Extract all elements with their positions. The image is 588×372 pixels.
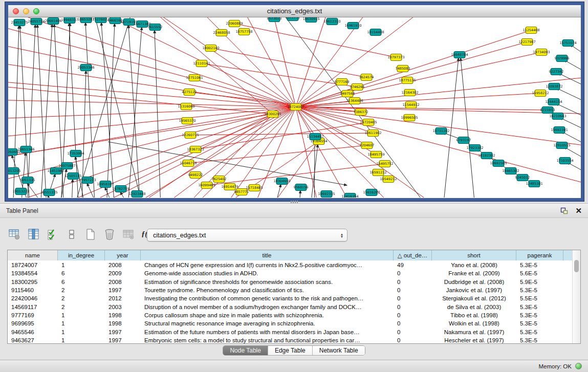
- close-button[interactable]: [13, 8, 19, 14]
- graph-node[interactable]: 10154408: [367, 29, 384, 36]
- graph-node[interactable]: 10996505: [401, 115, 418, 121]
- table-selector-dropdown[interactable]: citations_edges.txt ▲▼: [147, 229, 347, 242]
- tab-edge-table[interactable]: Edge Table: [268, 346, 313, 355]
- graph-node[interactable]: 20691406: [45, 18, 61, 25]
- select-all-icon[interactable]: [46, 228, 59, 241]
- graph-node[interactable]: 23453275: [11, 19, 28, 26]
- graph-node[interactable]: 8215953: [540, 107, 555, 114]
- table-row[interactable]: 1872400712008Changes of HCN gene express…: [8, 261, 572, 269]
- graph-node[interactable]: 20551335: [40, 189, 57, 196]
- deselect-all-icon[interactable]: [65, 228, 78, 241]
- column-header-pagerank[interactable]: pagerank: [516, 250, 563, 260]
- graph-node[interactable]: 19948337: [61, 17, 78, 24]
- graph-node[interactable]: 9227342: [549, 69, 564, 75]
- graph-node[interactable]: 24055724: [28, 18, 45, 25]
- graph-node[interactable]: 18002140: [202, 45, 219, 52]
- graph-node[interactable]: 10958107: [97, 181, 114, 188]
- graph-node[interactable]: 18775135: [399, 77, 416, 84]
- table-row[interactable]: 977716911998Corpus callosum shape and si…: [8, 311, 572, 319]
- graph-node[interactable]: 4275122: [182, 89, 197, 96]
- column-header-short[interactable]: short: [432, 250, 516, 260]
- graph-node[interactable]: 11254408: [522, 27, 539, 34]
- graph-node[interactable]: 19612310: [323, 18, 340, 25]
- graph-node[interactable]: 16914479: [221, 184, 238, 190]
- graph-node[interactable]: 16961910: [344, 23, 361, 29]
- graph-node[interactable]: 9746266: [350, 84, 365, 91]
- graph-node[interactable]: 15751074: [559, 40, 576, 47]
- graph-node[interactable]: 15276022: [92, 17, 109, 23]
- graph-node[interactable]: 15495752: [376, 161, 393, 167]
- graph-node[interactable]: 10797373: [387, 54, 404, 61]
- table-row[interactable]: 946554611997Estimation of the future num…: [8, 327, 572, 336]
- network-canvas[interactable]: 1872400718300295193845549777169974626694…: [8, 17, 581, 198]
- graph-node[interactable]: 12923448: [128, 191, 145, 198]
- network-window-titlebar[interactable]: citations_edges.txt: [8, 5, 581, 17]
- graph-node[interactable]: 9497568: [340, 91, 355, 97]
- graph-node[interactable]: 9572731: [286, 17, 300, 21]
- table-row[interactable]: 969969511998Structural magnetic resonanc…: [8, 319, 572, 327]
- minimize-button[interactable]: [23, 8, 29, 14]
- graph-node[interactable]: 7485083: [396, 65, 410, 72]
- graph-node[interactable]: 6793197: [456, 137, 471, 144]
- delete-trash-icon[interactable]: [103, 228, 116, 241]
- graph-node[interactable]: 12217987: [518, 39, 535, 46]
- graph-node[interactable]: 12810515: [553, 142, 570, 149]
- graph-node[interactable]: 16591212: [369, 169, 386, 176]
- graph-node[interactable]: 22060889: [226, 20, 243, 27]
- column-header-title[interactable]: title: [141, 250, 394, 260]
- close-panel-icon[interactable]: ✕: [575, 207, 582, 214]
- graph-node[interactable]: 9245012: [515, 174, 530, 181]
- graph-node[interactable]: 12110141: [193, 60, 210, 67]
- graph-node[interactable]: 9329966: [555, 55, 570, 62]
- graph-node[interactable]: 17353994: [67, 150, 84, 157]
- graph-node[interactable]: 9498222: [188, 172, 203, 179]
- column-header-out-degree[interactable]: △ out_de…: [394, 250, 432, 260]
- tab-network-table[interactable]: Network Table: [313, 346, 365, 355]
- graph-node[interactable]: 10549212: [380, 176, 397, 183]
- scrollbar-thumb[interactable]: [574, 260, 579, 272]
- graph-node[interactable]: 18731202: [432, 128, 449, 135]
- new-table-icon[interactable]: [84, 228, 97, 241]
- table-row[interactable]: 2242004622012Investigating the contribut…: [8, 294, 572, 302]
- graph-node[interactable]: 11544912: [402, 102, 419, 108]
- graph-node[interactable]: 9560156: [294, 184, 309, 191]
- graph-node[interactable]: 9777169: [335, 79, 350, 85]
- table-row[interactable]: 1830029562008Estimation of significance …: [8, 278, 572, 286]
- graph-node[interactable]: 19013222: [12, 188, 29, 195]
- graph-node[interactable]: 18300295: [264, 111, 281, 118]
- table-row[interactable]: 946362711997Embryonic stem cells: a mode…: [8, 336, 572, 344]
- graph-node[interactable]: 12416354: [341, 193, 358, 198]
- table-row[interactable]: 911546021997Tourette syndrome. Phenomeno…: [8, 286, 572, 294]
- graph-node[interactable]: 12751061: [186, 75, 203, 81]
- graph-node[interactable]: 12444154: [545, 99, 562, 105]
- graph-node[interactable]: 15616202: [363, 189, 380, 196]
- graph-node[interactable]: 12485301: [526, 181, 542, 187]
- graph-node[interactable]: 18495759: [367, 151, 384, 158]
- zoom-button[interactable]: [33, 8, 39, 14]
- graph-node[interactable]: 11451947: [47, 168, 64, 174]
- graph-node[interactable]: 7204607: [360, 142, 375, 149]
- graph-node[interactable]: 20053346: [77, 64, 94, 71]
- graph-node[interactable]: 18630915: [302, 17, 319, 23]
- column-header-in-degree[interactable]: in_degree: [58, 250, 105, 260]
- graph-node[interactable]: 16648784: [451, 52, 468, 58]
- graph-node[interactable]: 15046718: [180, 160, 197, 167]
- graph-node[interactable]: 7386372: [354, 109, 368, 116]
- graph-node[interactable]: 18757758: [235, 29, 252, 35]
- graph-node[interactable]: 15958212: [532, 90, 549, 97]
- graph-node[interactable]: 19734093: [533, 49, 550, 56]
- graph-node[interactable]: 17103554: [556, 158, 573, 164]
- graph-node[interactable]: 10611902: [364, 130, 381, 137]
- graph-node[interactable]: 11316068: [178, 103, 194, 110]
- graph-node[interactable]: 5051335: [20, 177, 35, 184]
- graph-node[interactable]: 18367323: [187, 146, 204, 153]
- graph-node[interactable]: 9013205: [8, 168, 20, 174]
- graph-node[interactable]: 8573023: [267, 17, 282, 22]
- graph-node[interactable]: 18192302: [478, 152, 495, 159]
- show-columns-icon[interactable]: [27, 228, 40, 241]
- vertical-scrollbar[interactable]: [572, 250, 580, 343]
- graph-node[interactable]: 16210643: [549, 113, 566, 120]
- graph-node[interactable]: 19565370: [179, 118, 195, 124]
- graph-node[interactable]: 18465302: [502, 168, 519, 174]
- column-header-name[interactable]: name: [8, 250, 58, 260]
